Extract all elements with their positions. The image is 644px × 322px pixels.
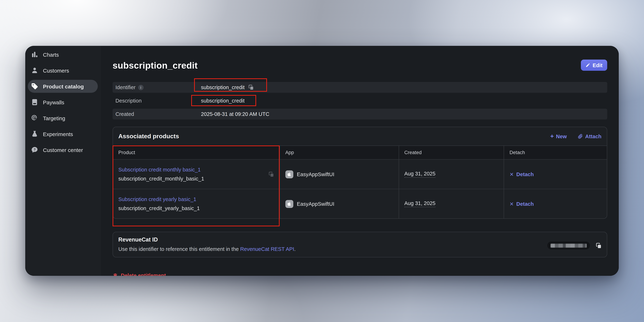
sidebar-item-product-catalog[interactable]: Product catalog (28, 80, 98, 93)
edit-button-label: Edit (592, 62, 602, 68)
copy-icon[interactable] (596, 243, 602, 248)
sidebar-item-charts[interactable]: Charts (25, 48, 101, 61)
detach-button[interactable]: ✕ Detach (510, 171, 534, 177)
identifier-row: Identifier i subscription_credit (112, 82, 607, 93)
created-date: Aug 31, 2025 (404, 171, 436, 178)
sidebar-item-customer-center[interactable]: ? Customer center (25, 143, 101, 156)
sidebar-item-label: Customer center (43, 147, 83, 153)
x-icon: ✕ (510, 201, 514, 207)
sidebar-item-label: Experiments (43, 131, 73, 137)
table-header-row: Product App Created Detach (113, 146, 607, 159)
product-link[interactable]: Subscription credit monthly basic_1 (118, 167, 204, 173)
associated-products-title: Associated products (118, 133, 179, 140)
paperclip-icon (578, 134, 583, 139)
edit-button[interactable]: Edit (581, 60, 607, 71)
entitlement-details: Identifier i subscription_credit Descrip… (112, 82, 607, 120)
product-identifier: subscription_credit_monthly_basic_1 (118, 176, 204, 182)
rest-api-link[interactable]: RevenueCat REST API (240, 246, 294, 252)
identifier-value: subscription_credit (201, 85, 244, 90)
app-window: Charts Customers Product catalog Paywall… (25, 46, 619, 276)
column-header-product: Product (113, 146, 280, 159)
apple-icon (285, 200, 293, 208)
product-identifier: subscription_credit_yearly_basic_1 (118, 205, 200, 211)
sidebar-item-label: Paywalls (43, 99, 64, 105)
products-table: Product App Created Detach Subscription … (113, 145, 607, 218)
app-name: EasyAppSwiftUI (297, 171, 334, 177)
sidebar-item-targeting[interactable]: Targeting (25, 112, 101, 125)
copy-icon[interactable] (268, 171, 274, 177)
sidebar-item-experiments[interactable]: Experiments (25, 127, 101, 140)
attach-product-button[interactable]: Attach (578, 133, 602, 139)
screen: Charts Customers Product catalog Paywall… (0, 0, 644, 322)
tag-icon (31, 83, 38, 90)
revenuecat-id-card: RevenueCat ID Use this identifier to ref… (112, 232, 607, 257)
sidebar-item-label: Targeting (43, 115, 65, 121)
help-chat-icon: ? (31, 146, 38, 153)
description-value: subscription_credit (201, 98, 244, 104)
created-value: 2025-08-31 at 09:20 AM UTC (201, 111, 269, 117)
delete-entitlement-button[interactable]: Delete entitlement (112, 272, 607, 276)
created-label: Created (116, 111, 134, 117)
copy-icon[interactable] (248, 85, 254, 90)
new-product-button[interactable]: + New (550, 133, 567, 139)
person-icon (31, 67, 38, 74)
column-header-created: Created (399, 146, 504, 159)
product-link[interactable]: Subscription credit yearly basic_1 (118, 196, 200, 202)
created-date: Aug 31, 2025 (404, 200, 436, 207)
column-header-detach: Detach (504, 146, 607, 159)
revenuecat-id-description: Use this identifier to reference this en… (118, 246, 602, 252)
svg-text:?: ? (34, 148, 36, 151)
main-content: subscription_credit Edit Identifier i su… (101, 46, 619, 276)
apple-icon (285, 170, 293, 178)
description-row: Description subscription_credit (112, 95, 607, 106)
identifier-label: Identifier (116, 85, 136, 90)
created-row: Created 2025-08-31 at 09:20 AM UTC (112, 109, 607, 120)
sidebar-item-label: Customers (43, 67, 69, 74)
x-icon: ✕ (510, 171, 514, 177)
table-row: Subscription credit monthly basic_1 subs… (113, 159, 607, 189)
bar-chart-icon (31, 51, 38, 58)
page-title: subscription_credit (112, 60, 607, 71)
book-icon (31, 99, 38, 106)
table-row: Subscription credit yearly basic_1 subsc… (113, 189, 607, 218)
trash-icon (112, 273, 118, 276)
sidebar-item-customers[interactable]: Customers (25, 64, 101, 77)
revenuecat-id-redacted (547, 241, 590, 249)
revenuecat-id-title: RevenueCat ID (118, 236, 602, 243)
sidebar-item-label: Charts (43, 52, 59, 58)
detach-button[interactable]: ✕ Detach (510, 201, 534, 207)
target-icon (31, 114, 38, 122)
sidebar-item-label: Product catalog (43, 83, 84, 89)
flask-icon (31, 130, 38, 138)
associated-products-card: Associated products + New Attach (112, 127, 607, 219)
plus-icon: + (550, 133, 554, 139)
sidebar-item-paywalls[interactable]: Paywalls (25, 96, 101, 109)
app-name: EasyAppSwiftUI (297, 201, 334, 207)
column-header-app: App (280, 146, 399, 159)
info-icon[interactable]: i (138, 85, 144, 90)
description-label: Description (116, 98, 142, 104)
sidebar: Charts Customers Product catalog Paywall… (25, 46, 101, 276)
pencil-icon (585, 63, 590, 68)
